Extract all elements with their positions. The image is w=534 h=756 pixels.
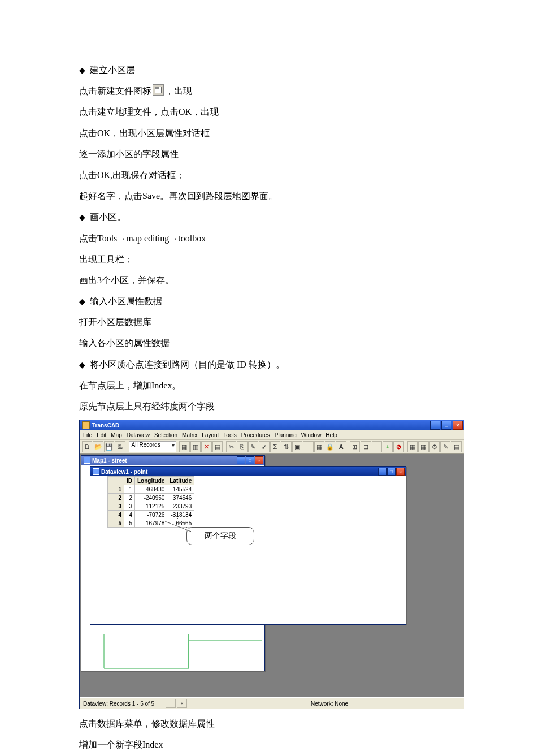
table-row[interactable]: 22-240950374546 <box>108 494 194 502</box>
col-header[interactable]: Longitude <box>135 477 167 485</box>
save-icon[interactable]: 💾 <box>104 441 114 452</box>
menu-window[interactable]: Window <box>301 432 322 438</box>
menu-selection[interactable]: Selection <box>154 432 177 438</box>
open-icon[interactable]: 📂 <box>93 441 103 452</box>
minimize-button[interactable]: _ <box>430 421 440 430</box>
text: 点击建立地理文件，点击OK，出现 <box>79 107 219 116</box>
tool-icon[interactable]: ▦ <box>314 441 324 452</box>
cell[interactable]: 3 <box>124 502 135 511</box>
text: 点击OK，出现小区层属性对话框 <box>79 128 210 138</box>
bullet-line: ◆ 将小区质心点连接到路网（目的是做 ID 转换）。 <box>79 357 455 372</box>
cell[interactable]: 374546 <box>167 494 194 502</box>
minimize-button[interactable]: _ <box>378 468 387 476</box>
records-dropdown[interactable]: All Records <box>129 441 176 452</box>
text: 点击新建文件图标 <box>79 86 151 96</box>
toolbar: 🗋 📂 💾 🖶 All Records ▦ ▥ ✕ ▤ ✂ ⎘ ✎ ⤢ Σ ⇅ … <box>80 440 464 454</box>
cell[interactable]: 112125 <box>135 502 167 511</box>
cell[interactable]: -167978 <box>135 519 167 528</box>
text-line: 增加一个新字段Index <box>79 737 455 752</box>
menu-map[interactable]: Map <box>111 432 121 438</box>
tool-icon[interactable]: A <box>336 441 346 452</box>
text: 将小区质心点连接到路网（目的是做 ID 转换）。 <box>90 360 285 369</box>
tool-icon[interactable]: ⚙ <box>429 441 440 452</box>
cell[interactable]: -468430 <box>135 485 167 494</box>
tool-icon[interactable]: ⊟ <box>361 441 371 452</box>
text: 原先节点层上只有经纬度两个字段 <box>79 401 215 411</box>
tool-icon[interactable]: ✎ <box>440 441 450 452</box>
tool-icon[interactable]: ✕ <box>201 441 211 452</box>
status-icon[interactable]: × <box>177 699 187 708</box>
tool-icon[interactable]: ⎘ <box>237 441 247 452</box>
menu-dataview[interactable]: Dataview <box>127 432 150 438</box>
cell[interactable]: 4 <box>124 511 135 519</box>
row-number: 4 <box>108 511 124 519</box>
tool-icon[interactable]: + <box>383 441 393 452</box>
close-button[interactable]: × <box>453 421 463 430</box>
cell[interactable]: 1 <box>124 485 135 494</box>
menu-planning[interactable]: Planning <box>275 432 297 438</box>
new-icon[interactable]: 🗋 <box>82 441 92 452</box>
tool-icon[interactable]: ▦ <box>407 441 418 452</box>
status-right: Network: None <box>311 701 348 707</box>
tool-icon[interactable]: 🔒 <box>325 441 335 452</box>
tool-icon[interactable]: ≡ <box>372 441 382 452</box>
menu-procedures[interactable]: Procedures <box>241 432 270 438</box>
text-line: 点击Tools→map editing→toolbox <box>79 231 455 246</box>
text: 逐一添加小区的字段属性 <box>79 149 179 159</box>
tool-icon[interactable]: ▤ <box>451 441 461 452</box>
tool-icon[interactable]: ⊞ <box>350 441 360 452</box>
menu-help[interactable]: Help <box>325 432 337 438</box>
diamond-icon: ◆ <box>79 297 85 306</box>
tool-icon[interactable]: ✎ <box>248 441 258 452</box>
tool-icon[interactable]: ⊘ <box>393 441 403 452</box>
app-window: TransCAD _ □ × File Edit Map Dataview Se… <box>79 420 464 709</box>
tool-icon[interactable]: Σ <box>270 441 280 452</box>
text: 出现工具栏； <box>79 254 133 264</box>
row-number: 3 <box>108 502 124 511</box>
titlebar: TransCAD _ □ × <box>80 420 464 430</box>
minimize-button[interactable]: _ <box>237 456 245 464</box>
tool-icon[interactable]: ≡ <box>303 441 313 452</box>
menu-layout[interactable]: Layout <box>202 432 219 438</box>
tool-icon[interactable]: ▤ <box>212 441 223 452</box>
cell[interactable]: 2 <box>124 494 135 502</box>
text: 画小区。 <box>90 212 126 222</box>
dataview-window[interactable]: Dataview1 - point _ □ × <box>90 466 406 625</box>
cell[interactable]: 5 <box>124 519 135 528</box>
diamond-icon: ◆ <box>79 66 85 75</box>
tool-icon[interactable]: ▣ <box>292 441 302 452</box>
menu-tools[interactable]: Tools <box>223 432 236 438</box>
tool-icon[interactable]: ⇅ <box>281 441 291 452</box>
col-header[interactable]: ID <box>124 477 135 485</box>
text: 建立小区层 <box>90 65 135 75</box>
cell[interactable]: 145524 <box>167 485 194 494</box>
status-left: Dataview: Records 1 - 5 of 5 <box>83 701 154 707</box>
close-button[interactable]: × <box>255 456 263 464</box>
close-button[interactable]: × <box>396 468 405 476</box>
status-icon[interactable]: _ <box>166 699 176 708</box>
col-header[interactable]: Latitude <box>167 477 194 485</box>
maximize-button[interactable]: □ <box>441 421 451 430</box>
menu-matrix[interactable]: Matrix <box>182 432 197 438</box>
diamond-icon: ◆ <box>79 213 85 222</box>
menu-edit[interactable]: Edit <box>97 432 106 438</box>
maximize-button[interactable]: □ <box>387 468 396 476</box>
menu-file[interactable]: File <box>83 432 92 438</box>
maximize-button[interactable]: □ <box>246 456 254 464</box>
tool-icon[interactable]: ▦ <box>418 441 428 452</box>
table-row[interactable]: 11-468430145524 <box>108 485 194 494</box>
tool-icon[interactable]: ▦ <box>179 441 189 452</box>
cell[interactable]: -70726 <box>135 511 167 519</box>
tool-icon[interactable]: ⤢ <box>259 441 269 452</box>
tool-icon[interactable]: ✂ <box>226 441 236 452</box>
cell[interactable]: -240950 <box>135 494 167 502</box>
diamond-icon: ◆ <box>79 361 85 369</box>
new-file-icon <box>153 84 164 96</box>
text-line: 点击数据库菜单，修改数据库属性 <box>79 716 455 731</box>
text-line: 逐一添加小区的字段属性 <box>79 146 455 162</box>
print-icon[interactable]: 🖶 <box>115 441 125 452</box>
text: 点击Tools→map editing→toolbox <box>79 234 206 243</box>
app-icon <box>82 421 90 429</box>
tool-icon[interactable]: ▥ <box>190 441 201 452</box>
row-number: 1 <box>108 485 124 494</box>
